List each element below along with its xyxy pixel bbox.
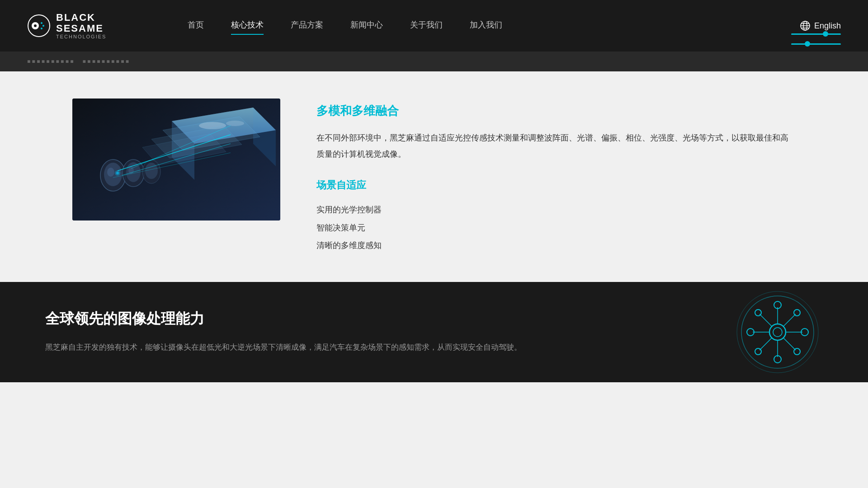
- logo-icon: [27, 14, 51, 38]
- brand-sub: TECHNOLOGIES: [56, 34, 106, 39]
- svg-point-51: [794, 310, 800, 316]
- svg-point-4: [42, 25, 44, 27]
- nav-about[interactable]: 关于我们: [410, 19, 443, 32]
- feature-item-3: 清晰的多维度感知: [316, 237, 796, 255]
- network-viz-svg: [732, 287, 823, 377]
- logo-text: BLACKSESAME TECHNOLOGIES: [56, 12, 106, 39]
- svg-point-34: [116, 172, 119, 174]
- svg-point-3: [41, 22, 42, 24]
- optical-viz-svg: [72, 99, 280, 221]
- svg-line-43: [783, 314, 796, 326]
- breadcrumb-bar: ■ ■ ■ ■ ■ ■ ■ ■ ■ ■ ■ ■ ■ ■ ■ ■ ■ ■ ■ ■: [0, 52, 868, 71]
- language-label: English: [814, 21, 841, 31]
- nav-core-tech[interactable]: 核心技术: [231, 19, 264, 32]
- nav-home[interactable]: 首页: [188, 19, 204, 32]
- network-icon: [732, 287, 823, 377]
- nav-products[interactable]: 产品方案: [291, 19, 323, 32]
- bottom-title: 全球领先的图像处理能力: [45, 309, 823, 329]
- subtitle: 场景自适应: [316, 178, 796, 192]
- language-selector[interactable]: English: [800, 20, 841, 31]
- main-title: 多模和多维融合: [316, 103, 796, 119]
- breadcrumb-text: ■ ■ ■ ■ ■ ■ ■ ■ ■ ■ ■ ■ ■ ■ ■ ■ ■ ■ ■ ■: [27, 58, 129, 65]
- brand-name: BLACKSESAME: [56, 12, 106, 34]
- bottom-text: 全球领先的图像处理能力 黑芝麻自主开发的独有技术，能够让摄像头在超低光和大逆光场…: [45, 309, 823, 355]
- svg-point-23: [107, 168, 114, 177]
- feature-list: 实用的光学控制器 智能决策单元 清晰的多维度感知: [316, 201, 796, 255]
- optical-sensor-image: [72, 99, 280, 221]
- svg-point-5: [41, 28, 42, 29]
- svg-point-35: [769, 324, 786, 340]
- svg-point-49: [755, 310, 761, 316]
- logo[interactable]: BLACKSESAME TECHNOLOGIES: [27, 12, 106, 39]
- site-header: BLACKSESAME TECHNOLOGIES 首页 核心技术 产品方案 新闻…: [0, 0, 868, 52]
- svg-point-52: [755, 348, 761, 355]
- section-text: 多模和多维融合 在不同外部环境中，黑芝麻通过自适应光控传感技术测量和调整波阵面、…: [316, 99, 796, 255]
- main-content: 多模和多维融合 在不同外部环境中，黑芝麻通过自适应光控传感技术测量和调整波阵面、…: [0, 71, 868, 282]
- svg-point-2: [34, 24, 37, 27]
- svg-line-42: [783, 338, 796, 350]
- bottom-body: 黑芝麻自主开发的独有技术，能够让摄像头在超低光和大逆光场景下清晰成像，满足汽车在…: [45, 340, 823, 355]
- feature-item-2: 智能决策单元: [316, 219, 796, 237]
- bottom-section: 全球领先的图像处理能力 黑芝麻自主开发的独有技术，能够让摄像头在超低光和大逆光场…: [0, 282, 868, 382]
- svg-line-41: [760, 314, 772, 326]
- main-body: 在不同外部环境中，黑芝麻通过自适应光控传感技术测量和调整波阵面、光谱、偏振、相位…: [316, 130, 796, 162]
- main-nav: 首页 核心技术 产品方案 新闻中心 关于我们 加入我们: [188, 19, 800, 32]
- nav-news[interactable]: 新闻中心: [350, 19, 383, 32]
- svg-line-44: [760, 338, 772, 350]
- globe-icon: [800, 20, 811, 31]
- svg-point-50: [794, 348, 800, 355]
- slider-control: [791, 31, 841, 47]
- nav-join[interactable]: 加入我们: [470, 19, 502, 32]
- svg-point-28: [145, 163, 158, 179]
- svg-point-36: [773, 328, 782, 337]
- feature-item-1: 实用的光学控制器: [316, 201, 796, 219]
- content-section: 多模和多维融合 在不同外部环境中，黑芝麻通过自适应光控传感技术测量和调整波阵面、…: [72, 99, 796, 255]
